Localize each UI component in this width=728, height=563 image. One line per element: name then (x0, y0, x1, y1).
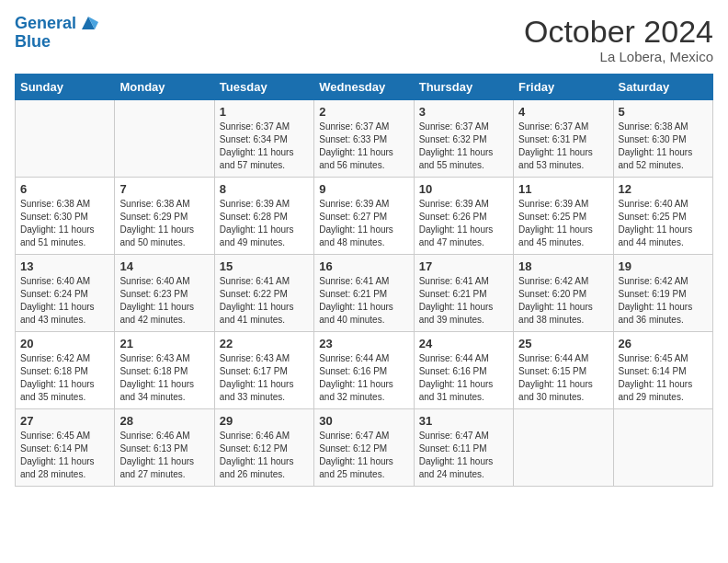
day-number: 2 (319, 105, 408, 119)
day-number: 31 (419, 414, 508, 428)
day-number: 26 (619, 337, 708, 350)
calendar-cell: 14Sunrise: 6:40 AMSunset: 6:23 PMDayligh… (115, 255, 214, 332)
day-number: 1 (220, 105, 309, 119)
calendar-cell: 16Sunrise: 6:41 AMSunset: 6:21 PMDayligh… (314, 255, 414, 332)
calendar-cell: 6Sunrise: 6:38 AMSunset: 6:30 PMDaylight… (16, 178, 115, 255)
day-info: Sunrise: 6:39 AMSunset: 6:25 PMDaylight:… (518, 198, 608, 249)
calendar-cell: 27Sunrise: 6:45 AMSunset: 6:14 PMDayligh… (16, 409, 115, 487)
day-info: Sunrise: 6:41 AMSunset: 6:21 PMDaylight:… (319, 275, 408, 327)
day-number: 9 (319, 182, 408, 196)
calendar-cell: 9Sunrise: 6:39 AMSunset: 6:27 PMDaylight… (314, 178, 414, 255)
day-info: Sunrise: 6:38 AMSunset: 6:29 PMDaylight:… (119, 198, 209, 249)
calendar-cell: 25Sunrise: 6:44 AMSunset: 6:15 PMDayligh… (514, 332, 613, 409)
day-info: Sunrise: 6:47 AMSunset: 6:11 PMDaylight:… (419, 430, 508, 481)
day-info: Sunrise: 6:41 AMSunset: 6:22 PMDaylight:… (220, 275, 309, 327)
calendar-cell: 24Sunrise: 6:44 AMSunset: 6:16 PMDayligh… (414, 332, 513, 409)
calendar-cell (16, 100, 115, 178)
day-number: 4 (518, 105, 608, 119)
weekday-header-saturday: Saturday (613, 75, 712, 100)
weekday-header-sunday: Sunday (16, 75, 115, 100)
day-info: Sunrise: 6:40 AMSunset: 6:25 PMDaylight:… (619, 198, 708, 249)
day-number: 11 (518, 182, 608, 196)
day-number: 22 (220, 337, 309, 350)
calendar-cell: 20Sunrise: 6:42 AMSunset: 6:18 PMDayligh… (16, 332, 115, 409)
day-info: Sunrise: 6:42 AMSunset: 6:20 PMDaylight:… (518, 275, 608, 327)
calendar-cell: 21Sunrise: 6:43 AMSunset: 6:18 PMDayligh… (115, 332, 214, 409)
day-info: Sunrise: 6:39 AMSunset: 6:27 PMDaylight:… (319, 198, 408, 249)
day-number: 14 (119, 259, 209, 273)
logo-blue-text: Blue (15, 33, 98, 52)
day-info: Sunrise: 6:37 AMSunset: 6:31 PMDaylight:… (518, 121, 608, 172)
calendar-cell: 8Sunrise: 6:39 AMSunset: 6:28 PMDaylight… (214, 178, 313, 255)
day-info: Sunrise: 6:40 AMSunset: 6:24 PMDaylight:… (20, 275, 109, 327)
day-number: 7 (119, 182, 209, 196)
day-number: 21 (119, 337, 209, 350)
weekday-header-wednesday: Wednesday (314, 75, 414, 100)
day-number: 23 (319, 337, 408, 350)
day-info: Sunrise: 6:37 AMSunset: 6:34 PMDaylight:… (220, 121, 309, 172)
day-info: Sunrise: 6:38 AMSunset: 6:30 PMDaylight:… (619, 121, 708, 172)
calendar-cell: 23Sunrise: 6:44 AMSunset: 6:16 PMDayligh… (314, 332, 414, 409)
calendar-cell: 4Sunrise: 6:37 AMSunset: 6:31 PMDaylight… (514, 100, 613, 178)
calendar-cell: 2Sunrise: 6:37 AMSunset: 6:33 PMDaylight… (314, 100, 414, 178)
day-info: Sunrise: 6:37 AMSunset: 6:33 PMDaylight:… (319, 121, 408, 172)
day-number: 6 (20, 182, 109, 196)
calendar-cell: 11Sunrise: 6:39 AMSunset: 6:25 PMDayligh… (514, 178, 613, 255)
month-title: October 2024 (524, 15, 713, 49)
day-number: 29 (220, 414, 309, 428)
calendar-header: SundayMondayTuesdayWednesdayThursdayFrid… (16, 75, 713, 100)
day-info: Sunrise: 6:44 AMSunset: 6:16 PMDaylight:… (319, 352, 408, 404)
day-number: 5 (619, 105, 708, 119)
calendar-week-5: 27Sunrise: 6:45 AMSunset: 6:14 PMDayligh… (16, 409, 713, 487)
day-number: 28 (119, 414, 209, 428)
logo: General Blue (15, 15, 98, 52)
calendar-cell: 29Sunrise: 6:46 AMSunset: 6:12 PMDayligh… (214, 409, 313, 487)
day-number: 3 (419, 105, 508, 119)
day-info: Sunrise: 6:45 AMSunset: 6:14 PMDaylight:… (20, 430, 109, 481)
day-number: 13 (20, 259, 109, 273)
day-info: Sunrise: 6:47 AMSunset: 6:12 PMDaylight:… (319, 430, 408, 481)
calendar-cell: 17Sunrise: 6:41 AMSunset: 6:21 PMDayligh… (414, 255, 513, 332)
weekday-header-monday: Monday (115, 75, 214, 100)
weekday-header-thursday: Thursday (414, 75, 513, 100)
day-info: Sunrise: 6:39 AMSunset: 6:26 PMDaylight:… (419, 198, 508, 249)
day-info: Sunrise: 6:37 AMSunset: 6:32 PMDaylight:… (419, 121, 508, 172)
calendar-cell: 31Sunrise: 6:47 AMSunset: 6:11 PMDayligh… (414, 409, 513, 487)
calendar-cell: 28Sunrise: 6:46 AMSunset: 6:13 PMDayligh… (115, 409, 214, 487)
weekday-header-tuesday: Tuesday (214, 75, 313, 100)
calendar-cell (613, 409, 712, 487)
calendar-cell: 1Sunrise: 6:37 AMSunset: 6:34 PMDaylight… (214, 100, 313, 178)
day-number: 16 (319, 259, 408, 273)
day-number: 24 (419, 337, 508, 350)
calendar-cell: 30Sunrise: 6:47 AMSunset: 6:12 PMDayligh… (314, 409, 414, 487)
day-number: 12 (619, 182, 708, 196)
day-info: Sunrise: 6:42 AMSunset: 6:19 PMDaylight:… (619, 275, 708, 327)
day-info: Sunrise: 6:39 AMSunset: 6:28 PMDaylight:… (220, 198, 309, 249)
day-info: Sunrise: 6:43 AMSunset: 6:18 PMDaylight:… (119, 352, 209, 404)
day-info: Sunrise: 6:43 AMSunset: 6:17 PMDaylight:… (220, 352, 309, 404)
day-info: Sunrise: 6:42 AMSunset: 6:18 PMDaylight:… (20, 352, 109, 404)
calendar-cell: 3Sunrise: 6:37 AMSunset: 6:32 PMDaylight… (414, 100, 513, 178)
calendar-table: SundayMondayTuesdayWednesdayThursdayFrid… (15, 74, 713, 487)
day-number: 25 (518, 337, 608, 350)
calendar-cell: 26Sunrise: 6:45 AMSunset: 6:14 PMDayligh… (613, 332, 712, 409)
day-info: Sunrise: 6:44 AMSunset: 6:15 PMDaylight:… (518, 352, 608, 404)
calendar-cell (115, 100, 214, 178)
day-info: Sunrise: 6:45 AMSunset: 6:14 PMDaylight:… (619, 352, 708, 404)
day-info: Sunrise: 6:40 AMSunset: 6:23 PMDaylight:… (119, 275, 209, 327)
day-number: 19 (619, 259, 708, 273)
calendar-cell: 13Sunrise: 6:40 AMSunset: 6:24 PMDayligh… (16, 255, 115, 332)
calendar-week-2: 6Sunrise: 6:38 AMSunset: 6:30 PMDaylight… (16, 178, 713, 255)
day-number: 8 (220, 182, 309, 196)
day-number: 20 (20, 337, 109, 350)
day-info: Sunrise: 6:44 AMSunset: 6:16 PMDaylight:… (419, 352, 508, 404)
page-container: General Blue October 2024 La Lobera, Mex… (0, 0, 728, 496)
calendar-cell: 7Sunrise: 6:38 AMSunset: 6:29 PMDaylight… (115, 178, 214, 255)
calendar-cell (514, 409, 613, 487)
calendar-week-1: 1Sunrise: 6:37 AMSunset: 6:34 PMDaylight… (16, 100, 713, 178)
day-number: 27 (20, 414, 109, 428)
day-number: 18 (518, 259, 608, 273)
day-number: 30 (319, 414, 408, 428)
calendar-body: 1Sunrise: 6:37 AMSunset: 6:34 PMDaylight… (16, 100, 713, 487)
day-info: Sunrise: 6:41 AMSunset: 6:21 PMDaylight:… (419, 275, 508, 327)
